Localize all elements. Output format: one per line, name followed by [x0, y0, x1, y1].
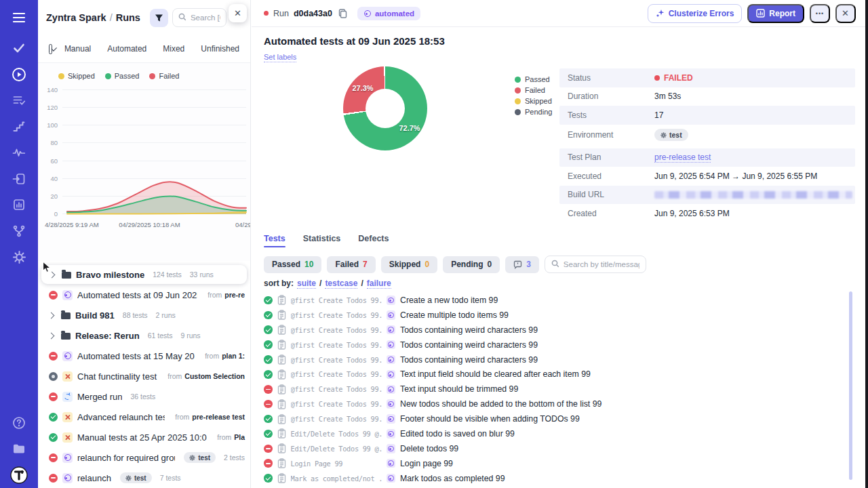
report-button[interactable]: Report [747, 4, 804, 23]
filter-pill[interactable]: Pending 0 [443, 256, 500, 273]
run-list-item[interactable]: Automated tests at 15 May 2025 12:32 fro… [38, 346, 250, 366]
runs-search[interactable] [172, 8, 226, 27]
run-list-item[interactable]: Chat functinality test Copy fromCustom S… [38, 366, 250, 386]
test-suite-name[interactable]: @first Create Todos 99... [291, 385, 382, 393]
close-panel-button[interactable]: ✕ [229, 4, 247, 22]
test-suite-name[interactable]: @first Create Todos 99... [291, 356, 382, 364]
filter-button[interactable] [150, 9, 168, 27]
pulse-icon[interactable] [0, 140, 38, 166]
test-row[interactable]: Login Page 99 Login page 99 [264, 456, 845, 471]
run-list-item[interactable]: Merged run 36 tests [38, 386, 250, 407]
test-row[interactable]: @first Create Todos 99... Text input sho… [264, 382, 845, 396]
test-title[interactable]: Text input field should be cleared after… [400, 369, 591, 379]
test-suite-name[interactable]: Edit/Delete Todos 99 @... [291, 445, 382, 453]
run-list-item[interactable]: Bravo milestone 124 tests 33 runs [41, 265, 247, 284]
sign-in-icon[interactable] [0, 166, 38, 192]
automated-badge[interactable]: automated [357, 7, 420, 20]
tab[interactable]: Tests [264, 234, 285, 247]
test-title[interactable]: Edited todo is saved on blur 99 [400, 429, 515, 439]
chevron-right-icon[interactable] [48, 332, 55, 339]
test-title[interactable]: Mark todos as completed 99 [400, 474, 505, 483]
git-branch-icon[interactable] [0, 218, 38, 245]
test-suite-name[interactable]: @first Create Todos 99... [291, 326, 382, 334]
from-plan[interactable]: pre-release test [192, 413, 245, 421]
comments-filter-pill[interactable]: 3 [505, 256, 539, 273]
run-list-item[interactable]: Manual tests at 25 Apr 2025 10:06 Copy f… [38, 427, 250, 447]
test-suite-name[interactable]: @first Create Todos 99... [291, 415, 382, 423]
runs-type-tab[interactable]: Unfinished [201, 44, 239, 54]
filter-pill[interactable]: Passed 10 [264, 256, 321, 273]
test-row[interactable]: @first Create Todos 99... Todos containi… [264, 352, 845, 367]
play-circle-icon[interactable] [0, 62, 38, 88]
test-row[interactable]: Edit/Delete Todos 99 @... Edited todo is… [264, 426, 845, 441]
tests-list-scrollbar[interactable] [849, 291, 852, 480]
test-title[interactable]: Todos containing weird characters 99 [400, 325, 538, 335]
run-list-item[interactable]: relaunch test 7 tests [38, 468, 250, 488]
tab[interactable]: Defects [358, 234, 389, 247]
filter-pill[interactable]: Failed 7 [327, 256, 375, 273]
test-title[interactable]: Delete todos 99 [400, 444, 458, 453]
test-title[interactable]: Text input should be trimmed 99 [400, 384, 518, 394]
from-plan[interactable]: plan 1: [222, 352, 245, 360]
test-suite-name[interactable]: Mark as completed/not ... [291, 474, 382, 483]
copy-icon[interactable] [338, 9, 347, 18]
donut-legend-item[interactable]: Skipped [515, 96, 552, 106]
from-plan[interactable]: Custom Selection [184, 372, 245, 380]
clusterize-errors-button[interactable]: Clusterize Errors [648, 4, 743, 23]
test-title[interactable]: Create a new todo item 99 [400, 296, 498, 305]
test-row[interactable]: @first Create Todos 99... New todos shou… [264, 396, 845, 411]
more-button[interactable]: ••• [810, 4, 830, 23]
test-title[interactable]: Create multiple todo items 99 [400, 310, 509, 320]
test-title[interactable]: New todos should be added to the bottom … [400, 399, 601, 409]
donut-legend-item[interactable]: Pending [515, 106, 552, 117]
test-row[interactable]: @first Create Todos 99... Todos containi… [264, 338, 845, 352]
run-list-item[interactable]: Build 981 88 tests 2 runs [38, 305, 250, 325]
test-row[interactable]: @first Create Todos 99... Create multipl… [264, 308, 845, 323]
legend-item[interactable]: Passed [105, 72, 140, 80]
run-list-item[interactable]: relaunch for required group test 2 tests [38, 447, 250, 468]
help-icon[interactable] [0, 410, 38, 436]
chevron-right-icon[interactable] [48, 312, 55, 319]
test-suite-name[interactable]: Edit/Delete Todos 99 @... [291, 430, 382, 438]
tests-search-input[interactable] [564, 260, 639, 268]
test-suite-name[interactable]: @first Create Todos 99... [291, 311, 382, 319]
list-check-icon[interactable] [0, 87, 38, 114]
legend-item[interactable]: Failed [149, 72, 179, 80]
run-list-item[interactable]: Automated tests at 09 Jun 2025 18:53 fro… [38, 285, 250, 305]
test-row[interactable]: Edit/Delete Todos 99 @... Delete todos 9… [264, 441, 845, 456]
donut-legend-item[interactable]: Failed [515, 85, 552, 96]
test-title[interactable]: Todos containing weird characters 99 [400, 355, 538, 365]
runs-type-tab[interactable]: Mixed [163, 44, 184, 54]
runs-type-tab[interactable]: Manual [64, 44, 91, 54]
breadcrumb-project[interactable]: Zyntra Spark [46, 12, 106, 23]
folder-icon[interactable] [0, 436, 38, 462]
from-plan[interactable]: Pla [234, 433, 245, 441]
tests-search[interactable] [545, 256, 646, 273]
sort-by-testcase[interactable]: testcase [325, 279, 357, 289]
test-row[interactable]: Mark as completed/not ... Mark todos as … [264, 471, 845, 486]
test-row[interactable]: @first Create Todos 99... Create a new t… [264, 293, 845, 308]
test-suite-name[interactable]: @first Create Todos 99... [291, 400, 382, 408]
menu-icon[interactable] [0, 0, 38, 35]
steps-icon[interactable] [0, 114, 38, 140]
test-row[interactable]: @first Create Todos 99... Text input fie… [264, 367, 845, 382]
bar-chart-icon[interactable] [0, 192, 38, 218]
from-plan[interactable]: pre-re [224, 291, 245, 299]
check-icon[interactable] [0, 35, 38, 62]
sort-by-suite[interactable]: suite [297, 279, 316, 289]
test-title[interactable]: Login page 99 [400, 459, 453, 468]
close-run-button[interactable]: ✕ [835, 4, 856, 23]
test-title[interactable]: Todos containing weird characters 99 [400, 340, 538, 350]
legend-item[interactable]: Skipped [58, 72, 95, 80]
run-list-item[interactable]: Advanced relaunch test Copy frompre-rele… [38, 407, 250, 427]
app-logo[interactable] [0, 462, 38, 488]
sort-by-failure[interactable]: failure [367, 279, 391, 289]
runs-type-tab[interactable]: Automated [107, 44, 146, 54]
donut-legend-item[interactable]: Passed [515, 74, 552, 85]
test-suite-name[interactable]: @first Create Todos 99... [291, 341, 382, 349]
test-suite-name[interactable]: @first Create Todos 99... [291, 296, 382, 304]
test-title[interactable]: Footer should be visible when adding TOD… [400, 414, 580, 424]
run-list-item[interactable]: Release: Rerun 61 tests 9 runs [38, 325, 250, 346]
set-labels-link[interactable]: Set labels [264, 53, 296, 62]
select-all-icon[interactable] [49, 44, 52, 54]
